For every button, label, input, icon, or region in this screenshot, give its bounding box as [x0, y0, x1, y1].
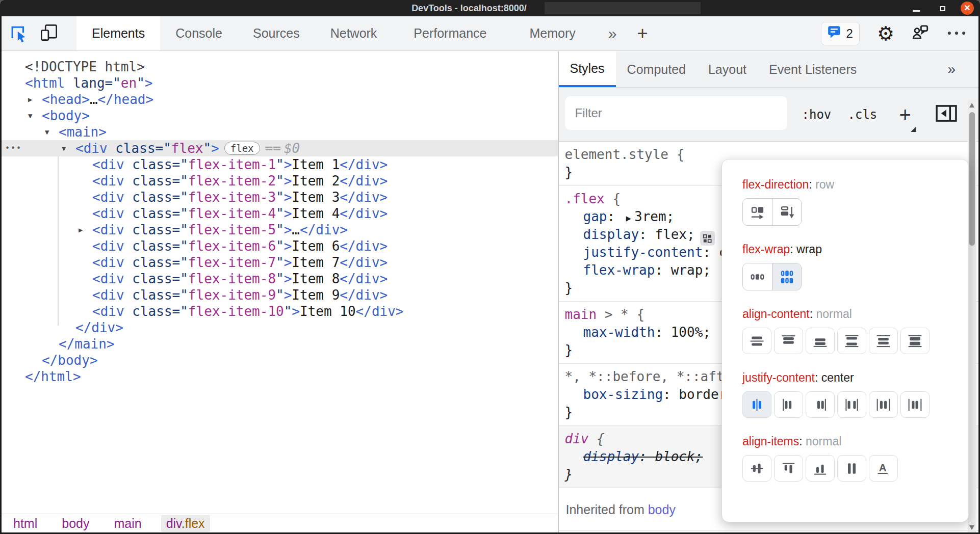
wrap-wrap-button[interactable]	[772, 263, 801, 290]
maximize-button[interactable]	[940, 6, 945, 11]
tree-row[interactable]: <div class="flex-item-6">Item 6</div>	[0, 238, 558, 254]
issues-counter[interactable]: 2	[821, 22, 860, 45]
tree-row[interactable]: </body>	[0, 352, 558, 368]
jc-end-button[interactable]	[806, 391, 835, 418]
code-token: <main>	[59, 124, 107, 140]
sidebar-tab-layout[interactable]: Layout	[697, 51, 758, 87]
selector-token: *, *::before, *::after	[565, 369, 749, 384]
code-token: class="	[124, 157, 188, 172]
tree-row[interactable]: <div class="flex-item-1">Item 1</div>	[0, 156, 558, 173]
tree-row[interactable]: </main>	[0, 336, 558, 352]
new-style-rule-button[interactable]: +	[899, 88, 911, 142]
tree-row[interactable]: <html lang="en">	[0, 75, 558, 91]
sidebar-tab-computed[interactable]: Computed	[616, 51, 697, 87]
feedback-button[interactable]	[912, 24, 929, 43]
jc-between-button[interactable]	[837, 391, 866, 418]
code-token: ==	[265, 141, 281, 156]
tree-row[interactable]: <div class="flex-item-7">Item 7</div>	[0, 254, 558, 271]
titlebar[interactable]: DevTools - localhost:8000/ ✕	[0, 0, 980, 16]
wrap-nowrap-button[interactable]	[743, 263, 772, 290]
ac-between-button[interactable]	[837, 328, 866, 354]
tab-memory[interactable]: Memory	[508, 16, 597, 50]
tab-console[interactable]: Console	[160, 16, 238, 50]
expand-arrow-icon[interactable]: ▶	[79, 222, 83, 238]
breadcrumb-item-html[interactable]: html	[8, 515, 42, 532]
expand-arrow-icon[interactable]: ▼	[28, 108, 32, 124]
toggle-pseudo-state-button[interactable]: :hov	[802, 88, 832, 142]
tree-row[interactable]: ▶<head>…</head>	[0, 91, 558, 108]
property-name: display	[583, 227, 639, 242]
tree-row[interactable]: ▼<body>	[0, 108, 558, 124]
jc-start-button[interactable]	[774, 391, 803, 418]
panel-divider[interactable]	[558, 51, 559, 533]
breadcrumb-item-main[interactable]: main	[109, 515, 146, 532]
inherited-node-link[interactable]: body	[648, 502, 676, 517]
code-token: Item 1	[292, 157, 340, 172]
add-panel-button[interactable]: +	[628, 16, 657, 50]
tab-performance[interactable]: Performance	[392, 16, 508, 50]
scrollbar-thumb[interactable]	[969, 112, 975, 246]
scroll-down-icon[interactable]	[969, 525, 974, 530]
sidebar-tab-styles[interactable]: Styles	[559, 51, 616, 87]
ai-start-button[interactable]	[774, 455, 803, 482]
expand-arrow-icon[interactable]: ▼	[62, 140, 66, 156]
jc-around-button[interactable]	[869, 391, 898, 418]
tree-row[interactable]: ▼<main>	[0, 124, 558, 140]
minimize-button[interactable]	[913, 10, 920, 12]
tree-row[interactable]: <!DOCTYPE html>	[0, 59, 558, 75]
tab-sources[interactable]: Sources	[238, 16, 315, 50]
ai-baseline-button[interactable]: A	[869, 455, 898, 482]
tree-row[interactable]: </div>	[0, 319, 558, 336]
tree-row[interactable]: <div class="flex-item-9">Item 9</div>	[0, 287, 558, 303]
ai-end-button[interactable]	[806, 455, 835, 482]
ai-stretch-button[interactable]	[837, 455, 866, 482]
more-sidebar-tabs-button[interactable]: »	[947, 51, 956, 87]
jc-evenly-button[interactable]	[900, 391, 930, 418]
tree-row[interactable]: <div class="flex-item-2">Item 2</div>	[0, 173, 558, 189]
close-button[interactable]: ✕	[961, 2, 974, 15]
tree-row[interactable]: •••▼<div class="flex">flex==$0	[0, 140, 558, 156]
more-options-button[interactable]	[946, 29, 967, 38]
device-toolbar-button[interactable]	[34, 16, 64, 50]
expand-arrow-icon[interactable]: ▶	[28, 91, 32, 108]
sidebar-dock-toggle-button[interactable]	[935, 88, 958, 142]
ac-end-button[interactable]	[806, 328, 835, 354]
shorthand-expander-icon[interactable]: ▶	[626, 213, 631, 223]
toggle-class-button[interactable]: .cls	[848, 88, 878, 142]
styles-filter-input[interactable]	[565, 96, 787, 130]
direction-column-button[interactable]	[772, 199, 801, 225]
settings-button[interactable]: ⚙	[877, 24, 894, 43]
code-token: class="	[124, 238, 188, 254]
breadcrumb-item-body[interactable]: body	[57, 515, 94, 532]
ai-center-button[interactable]	[742, 455, 771, 482]
tree-row[interactable]: ▶<div class="flex-item-5">…</div>	[0, 222, 558, 238]
jc-center-button[interactable]	[742, 391, 771, 418]
flex-badge[interactable]: flex	[224, 142, 260, 155]
new-rule-dropdown-icon[interactable]	[911, 126, 916, 132]
tree-row[interactable]: </html>	[0, 368, 558, 385]
expand-arrow-icon[interactable]: ▼	[45, 124, 49, 140]
direction-row-button[interactable]	[743, 199, 772, 225]
sidebar-tab-event-listeners[interactable]: Event Listeners	[758, 51, 868, 87]
tree-row[interactable]: <div class="flex-item-4">Item 4</div>	[0, 205, 558, 222]
breadcrumb-item-div[interactable]: div.flex	[161, 515, 210, 532]
ac-around-button[interactable]	[869, 328, 898, 354]
more-panels-button[interactable]: »	[597, 16, 628, 50]
scroll-up-icon[interactable]	[969, 103, 974, 108]
tab-elements[interactable]: Elements	[76, 16, 160, 50]
property-name: flex-direction	[742, 178, 809, 191]
property-colon: :	[703, 245, 718, 260]
ac-center-button[interactable]	[742, 328, 771, 354]
tab-network[interactable]: Network	[315, 16, 393, 50]
selector-token: main	[565, 307, 597, 322]
inspect-element-button[interactable]	[3, 16, 34, 50]
more-actions-icon[interactable]: •••	[5, 140, 22, 156]
ac-stretch-button[interactable]	[900, 328, 930, 354]
property-value: wrap	[796, 243, 822, 256]
code-token: "	[276, 271, 284, 286]
ac-start-button[interactable]	[774, 328, 803, 354]
tree-row[interactable]: <div class="flex-item-10">Item 10</div>	[0, 303, 558, 319]
styles-scrollbar[interactable]	[968, 100, 976, 533]
tree-row[interactable]: <div class="flex-item-3">Item 3</div>	[0, 189, 558, 205]
tree-row[interactable]: <div class="flex-item-8">Item 8</div>	[0, 271, 558, 287]
